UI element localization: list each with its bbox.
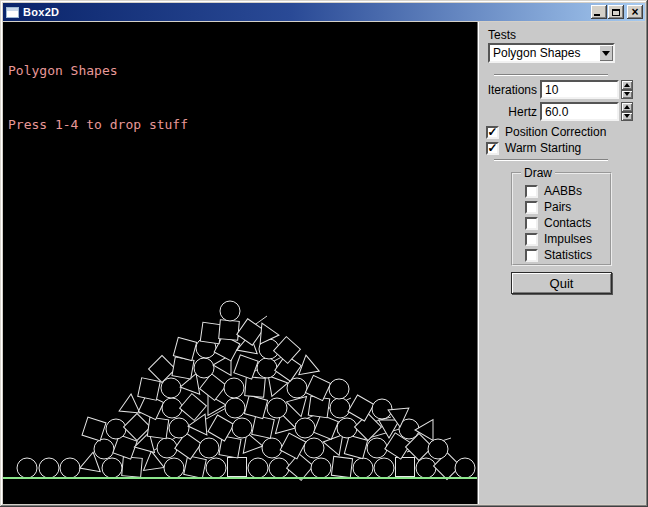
hertz-input[interactable] (540, 102, 619, 121)
spinner-down-button[interactable] (621, 112, 633, 122)
arrow-up-icon (624, 105, 630, 109)
pairs-label: Pairs (544, 200, 571, 214)
contacts-checkbox-row: Contacts (525, 216, 591, 230)
check-icon: ✓ (487, 127, 497, 137)
aabbs-label: AABBs (544, 184, 582, 198)
window-title: Box2D (23, 6, 59, 18)
maximize-icon (612, 9, 620, 16)
physics-canvas[interactable]: Polygon Shapes Press 1-4 to drop stuff (3, 22, 477, 504)
arrow-down-icon (624, 92, 630, 96)
quit-button[interactable]: Quit (511, 272, 612, 294)
draw-group-title: Draw (521, 166, 555, 180)
impulses-checkbox[interactable] (525, 233, 538, 246)
tests-dropdown-value: Polygon Shapes (490, 46, 599, 60)
warm-starting-label: Warm Starting (505, 141, 581, 155)
minimize-button[interactable] (591, 5, 607, 19)
statistics-checkbox-row: Statistics (525, 248, 592, 262)
impulses-label: Impulses (544, 232, 592, 246)
contacts-checkbox[interactable] (525, 217, 538, 230)
impulses-checkbox-row: Impulses (525, 232, 592, 246)
arrow-down-icon (624, 114, 630, 118)
statistics-label: Statistics (544, 248, 592, 262)
canvas-hint-text: Press 1-4 to drop stuff (8, 116, 188, 134)
position-correction-label: Position Correction (505, 125, 606, 139)
dropdown-arrow-button[interactable] (599, 45, 613, 61)
pairs-checkbox[interactable] (525, 201, 538, 214)
chevron-down-icon (602, 51, 610, 56)
close-button[interactable]: × (627, 5, 643, 19)
spinner-up-button[interactable] (621, 80, 633, 90)
check-icon: ✓ (487, 143, 497, 153)
arrow-up-icon (624, 83, 630, 87)
tests-dropdown[interactable]: Polygon Shapes (488, 43, 615, 63)
spinner-down-button[interactable] (621, 90, 633, 100)
tests-label: Tests (488, 28, 516, 42)
warm-starting-checkbox[interactable]: ✓ (486, 142, 499, 155)
iterations-input[interactable] (540, 80, 619, 99)
pairs-checkbox-row: Pairs (525, 200, 571, 214)
aabbs-checkbox-row: AABBs (525, 184, 582, 198)
iterations-label: Iterations (478, 83, 537, 97)
contacts-label: Contacts (544, 216, 591, 230)
aabbs-checkbox[interactable] (525, 185, 538, 198)
iterations-spinner (621, 80, 633, 99)
window-controls: × (590, 5, 643, 19)
maximize-button[interactable] (608, 5, 624, 19)
app-icon-titlebar (7, 8, 18, 11)
separator (494, 159, 608, 161)
window: Box2D × Polygon Shapes Press 1-4 to drop… (0, 0, 648, 507)
warm-starting-checkbox-row: ✓ Warm Starting (486, 141, 581, 155)
spinner-up-button[interactable] (621, 102, 633, 112)
draw-group-rows: AABBs Pairs Contacts Impulses (513, 182, 610, 264)
draw-group: Draw AABBs Pairs Contacts (511, 166, 612, 266)
separator (494, 74, 608, 76)
titlebar[interactable]: Box2D × (3, 3, 645, 21)
app-icon (6, 7, 19, 18)
canvas-title-text: Polygon Shapes (8, 62, 188, 80)
hertz-spinner (621, 102, 633, 121)
position-correction-checkbox-row: ✓ Position Correction (486, 125, 606, 139)
close-icon: × (631, 7, 638, 17)
canvas-overlay: Polygon Shapes Press 1-4 to drop stuff (8, 26, 188, 170)
position-correction-checkbox[interactable]: ✓ (486, 126, 499, 139)
hertz-label: Hertz (478, 105, 537, 119)
minimize-icon (594, 14, 600, 16)
control-panel: Tests Polygon Shapes Iterations Hertz ✓ … (477, 22, 645, 504)
statistics-checkbox[interactable] (525, 249, 538, 262)
client-area: Polygon Shapes Press 1-4 to drop stuff T… (3, 22, 645, 504)
